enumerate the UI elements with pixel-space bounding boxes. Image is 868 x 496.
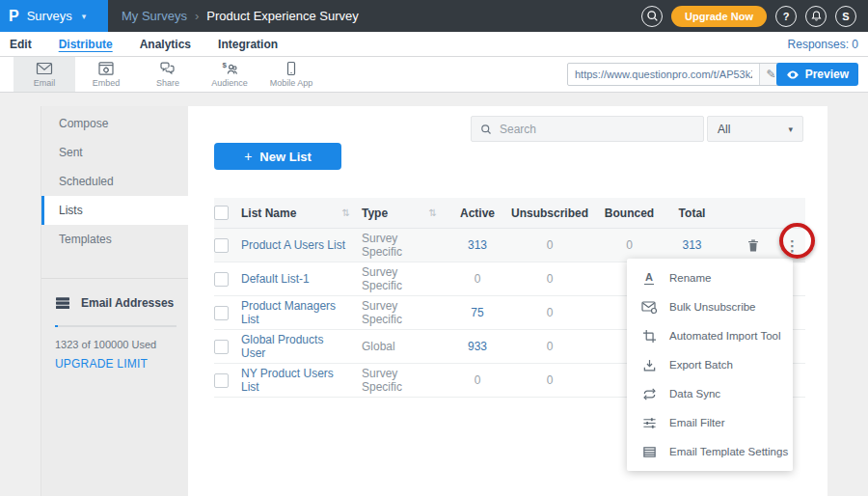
sidebar-item-templates[interactable]: Templates	[41, 225, 188, 254]
active-count: 75	[448, 306, 506, 319]
responses-count[interactable]: Responses: 0	[788, 38, 858, 51]
tab-integration[interactable]: Integration	[218, 38, 278, 51]
toolbar-item-label: Audience	[211, 78, 248, 88]
embed-icon	[97, 61, 115, 76]
list-name-link[interactable]: Default List-1	[241, 272, 310, 286]
row-checkbox[interactable]	[214, 373, 229, 388]
menu-item-rename[interactable]: A Rename	[627, 263, 793, 292]
survey-tab-bar: Edit Distribute Analytics Integration Re…	[0, 32, 868, 57]
row-checkbox[interactable]	[214, 238, 229, 253]
eye-icon	[786, 69, 800, 80]
chevron-down-icon: ▾	[82, 12, 87, 21]
preview-label: Preview	[805, 68, 849, 81]
survey-url-input[interactable]	[568, 69, 759, 80]
tab-analytics[interactable]: Analytics	[140, 38, 191, 51]
upgrade-now-button[interactable]: Upgrade Now	[671, 6, 767, 27]
toolbar-item-audience[interactable]: $ Audience	[199, 57, 260, 92]
select-all-checkbox[interactable]	[214, 206, 229, 220]
tab-edit[interactable]: Edit	[10, 38, 32, 51]
sort-icon[interactable]: ⇅	[429, 207, 437, 218]
menu-item-automated-import-tool[interactable]: Automated Import Tool	[627, 321, 793, 350]
list-type: Survey Specific	[362, 232, 437, 259]
tab-distribute[interactable]: Distribute	[59, 38, 113, 51]
bell-icon	[810, 10, 823, 22]
rename-icon: A	[644, 272, 654, 285]
menu-item-label: Automated Import Tool	[669, 330, 781, 342]
unsubscribed-count: 0	[506, 306, 593, 319]
search-input[interactable]	[500, 123, 694, 136]
menu-item-label: Email Template Settings	[669, 446, 788, 457]
email-filter-icon	[642, 416, 657, 430]
sidebar-item-lists[interactable]: Lists	[41, 196, 188, 225]
sort-icon[interactable]: ⇅	[342, 207, 350, 218]
sidebar-item-scheduled[interactable]: Scheduled	[41, 167, 188, 196]
annotation-highlight-circle	[779, 223, 815, 259]
chevron-down-icon: ▾	[788, 124, 793, 134]
menu-item-data-sync[interactable]: Data Sync	[627, 379, 793, 408]
active-count: 0	[448, 272, 506, 286]
upgrade-limit-link[interactable]: UPGRADE LIMIT	[55, 357, 175, 371]
share-icon	[159, 61, 176, 76]
delete-list-button[interactable]	[746, 238, 760, 253]
product-switcher[interactable]: P Surveys ▾	[0, 0, 108, 32]
mobile-app-icon	[283, 61, 300, 76]
search-button[interactable]	[641, 6, 663, 27]
notifications-button[interactable]	[805, 6, 827, 27]
row-context-menu: A Rename Bulk Unsubscribe Automated Impo…	[627, 259, 793, 471]
list-name-link[interactable]: Global Products User	[241, 333, 350, 360]
data-sync-icon	[642, 387, 657, 401]
menu-item-bulk-unsubscribe[interactable]: Bulk Unsubscribe	[627, 292, 793, 321]
row-checkbox[interactable]	[214, 306, 229, 320]
total-count: 313	[665, 238, 719, 252]
list-name-link[interactable]: Product A Users List	[241, 238, 345, 252]
email-usage-progress-fill	[55, 325, 58, 327]
top-bar: P Surveys ▾ My Surveys › Product Experie…	[0, 0, 868, 32]
sidebar-item-sent[interactable]: Sent	[41, 138, 188, 167]
email-usage-progressbar	[55, 325, 176, 327]
column-header-list-name: List Name	[241, 207, 296, 220]
trash-icon	[746, 238, 760, 253]
preview-button[interactable]: Preview	[776, 63, 858, 86]
list-filter-dropdown[interactable]: All ▾	[707, 116, 803, 142]
breadcrumb-separator-icon: ›	[195, 9, 199, 23]
column-header-active: Active	[448, 207, 506, 220]
avatar[interactable]: S	[835, 6, 856, 27]
questionpro-logo-icon: P	[9, 9, 19, 24]
product-menu-label: Surveys	[27, 9, 72, 23]
list-name-link[interactable]: NY Product Users List	[241, 367, 350, 394]
email-sidebar: Compose Sent Scheduled Lists Templates E…	[41, 106, 188, 496]
unsubscribed-count: 0	[506, 373, 593, 387]
toolbar-item-email[interactable]: Email	[14, 57, 75, 92]
row-checkbox[interactable]	[214, 340, 229, 354]
toolbar-item-share[interactable]: Share	[137, 57, 199, 92]
toolbar-item-label: Email	[34, 78, 56, 88]
unsubscribed-count: 0	[506, 238, 593, 252]
menu-item-label: Rename	[669, 272, 711, 284]
sidebar-item-compose[interactable]: Compose	[41, 109, 188, 138]
automated-import-icon	[642, 329, 657, 344]
toolbar-item-mobile-app[interactable]: Mobile App	[260, 57, 322, 92]
toolbar-item-label: Embed	[93, 78, 121, 88]
plus-icon: +	[244, 149, 252, 164]
search-icon	[646, 10, 659, 22]
pencil-icon: ✎	[766, 68, 775, 81]
breadcrumb-parent[interactable]: My Surveys	[122, 9, 187, 23]
row-checkbox[interactable]	[214, 272, 229, 287]
active-count: 0	[448, 373, 506, 387]
column-header-unsubscribed: Unsubscribed	[506, 207, 593, 220]
survey-url-field: ✎	[567, 63, 783, 86]
menu-item-label: Email Filter	[669, 417, 725, 428]
menu-item-email-filter[interactable]: Email Filter	[627, 408, 793, 437]
menu-item-label: Export Batch	[669, 359, 733, 371]
menu-item-export-batch[interactable]: Export Batch	[627, 350, 793, 379]
menu-item-email-template-settings[interactable]: Email Template Settings	[627, 437, 793, 466]
list-type: Survey Specific	[362, 299, 437, 326]
breadcrumb: My Surveys › Product Experience Survey	[122, 9, 359, 23]
email-template-settings-icon	[642, 445, 657, 459]
list-type: Survey Specific	[362, 367, 437, 394]
list-name-link[interactable]: Product Managers List	[241, 299, 350, 326]
new-list-button[interactable]: + New List	[214, 143, 341, 170]
help-button[interactable]: ?	[775, 6, 797, 27]
search-icon	[480, 124, 492, 135]
toolbar-item-embed[interactable]: Embed	[75, 57, 137, 92]
